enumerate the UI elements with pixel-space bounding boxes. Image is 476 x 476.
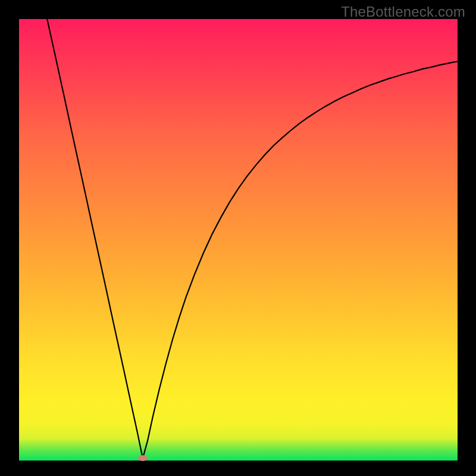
curve-svg <box>19 19 458 461</box>
chart-frame: TheBottleneck.com <box>0 0 476 476</box>
bottleneck-curve <box>47 19 458 458</box>
watermark-text: TheBottleneck.com <box>341 4 465 20</box>
plot-area <box>19 19 458 461</box>
minimum-marker <box>138 455 148 461</box>
